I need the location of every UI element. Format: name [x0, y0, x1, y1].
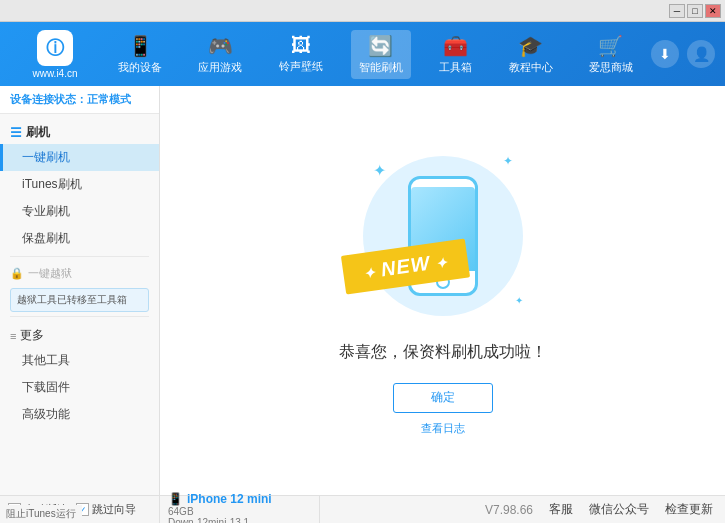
nav-tutorial[interactable]: 🎓 教程中心 — [501, 30, 561, 79]
notice-text: 越狱工具已转移至工具箱 — [17, 294, 127, 305]
apps-label: 应用游戏 — [198, 60, 242, 75]
close-button[interactable]: ✕ — [705, 4, 721, 18]
download-button[interactable]: ⬇ — [651, 40, 679, 68]
bottom-right-section: V7.98.66 客服 微信公众号 检查更新 — [320, 501, 725, 518]
divider-1 — [10, 256, 149, 257]
nav-smart-shop[interactable]: 🔄 智能刷机 — [351, 30, 411, 79]
jailbreak-notice: 越狱工具已转移至工具箱 — [10, 288, 149, 312]
tutorial-label: 教程中心 — [509, 60, 553, 75]
success-message: 恭喜您，保资料刷机成功啦！ — [339, 342, 547, 363]
header-right: ⬇ 👤 — [651, 40, 715, 68]
locked-jailbreak: 🔒 一键越狱 — [0, 261, 159, 284]
nav-bar: 📱 我的设备 🎮 应用游戏 🖼 铃声壁纸 🔄 智能刷机 🧰 工具箱 🎓 教程中心… — [100, 30, 651, 79]
status-value: 正常模式 — [87, 93, 131, 105]
device-model: Down-12mini-13.1 — [168, 517, 311, 524]
device-phone-icon: 📱 — [168, 492, 183, 506]
bottom-bar: ✓ 自动断连 ✓ 跳过向导 📱 iPhone 12 mini 64GB Down… — [0, 495, 725, 523]
nav-apps[interactable]: 🎮 应用游戏 — [190, 30, 250, 79]
device-info-section: 📱 iPhone 12 mini 64GB Down-12mini-13.1 — [160, 496, 320, 523]
goto-daily-link[interactable]: 查看日志 — [421, 421, 465, 436]
more-section-label: 更多 — [20, 327, 44, 344]
sparkle-2: ✦ — [503, 154, 513, 168]
my-device-icon: 📱 — [128, 34, 153, 58]
more-section-header: ≡ 更多 — [0, 321, 159, 347]
sidebar-item-advanced[interactable]: 高级功能 — [0, 401, 159, 428]
success-illustration: ✦ ✦ ✦ NEW — [353, 146, 533, 326]
wechat-link[interactable]: 微信公众号 — [589, 501, 649, 518]
more-section-icon: ≡ — [10, 330, 16, 342]
sidebar-item-pro-flash[interactable]: 专业刷机 — [0, 198, 159, 225]
divider-2 — [10, 316, 149, 317]
toolbox-label: 工具箱 — [439, 60, 472, 75]
skip-wizard-checkbox[interactable]: ✓ 跳过向导 — [76, 502, 136, 517]
maximize-button[interactable]: □ — [687, 4, 703, 18]
smart-shop-icon: 🔄 — [368, 34, 393, 58]
my-device-label: 我的设备 — [118, 60, 162, 75]
logo-text: www.i4.cn — [32, 68, 77, 79]
sidebar-item-one-key-flash[interactable]: 一键刷机 — [0, 144, 159, 171]
sidebar-item-download-firmware[interactable]: 下载固件 — [0, 374, 159, 401]
connection-status: 设备连接状态：正常模式 — [0, 86, 159, 114]
sparkle-3: ✦ — [515, 295, 523, 306]
lock-icon: 🔒 — [10, 267, 24, 280]
nav-toolbox[interactable]: 🧰 工具箱 — [431, 30, 480, 79]
shop-icon: 🛒 — [598, 34, 623, 58]
minimize-button[interactable]: ─ — [669, 4, 685, 18]
sidebar: 设备连接状态：正常模式 ☰ 刷机 一键刷机 iTunes刷机 专业刷机 保盘刷机… — [0, 86, 160, 495]
nav-wallpaper[interactable]: 🖼 铃声壁纸 — [271, 30, 331, 78]
logo-icon: ⓘ — [37, 30, 73, 66]
locked-label: 一键越狱 — [28, 266, 72, 281]
user-button[interactable]: 👤 — [687, 40, 715, 68]
check-update-link[interactable]: 检查更新 — [665, 501, 713, 518]
main-area: 设备连接状态：正常模式 ☰ 刷机 一键刷机 iTunes刷机 专业刷机 保盘刷机… — [0, 86, 725, 495]
sidebar-item-other-tools[interactable]: 其他工具 — [0, 347, 159, 374]
device-name: 📱 iPhone 12 mini — [168, 492, 311, 506]
flash-section-header: ☰ 刷机 — [0, 118, 159, 144]
sidebar-item-itunes-flash[interactable]: iTunes刷机 — [0, 171, 159, 198]
toolbox-icon: 🧰 — [443, 34, 468, 58]
confirm-button[interactable]: 确定 — [393, 383, 493, 413]
sparkle-1: ✦ — [373, 161, 386, 180]
shop-label: 爱思商城 — [589, 60, 633, 75]
itunes-status: 阻止iTunes运行 — [0, 505, 82, 523]
main-content: ✦ ✦ ✦ NEW 恭喜您，保资料刷机成功啦！ 确定 查看日志 — [160, 86, 725, 495]
customer-service-link[interactable]: 客服 — [549, 501, 573, 518]
wallpaper-icon: 🖼 — [291, 34, 311, 57]
wallpaper-label: 铃声壁纸 — [279, 59, 323, 74]
flash-section-icon: ☰ — [10, 125, 22, 140]
status-label: 设备连接状态： — [10, 93, 87, 105]
version-info: V7.98.66 — [485, 503, 533, 517]
smart-shop-label: 智能刷机 — [359, 60, 403, 75]
flash-section-label: 刷机 — [26, 124, 50, 141]
header: ⓘ www.i4.cn 📱 我的设备 🎮 应用游戏 🖼 铃声壁纸 🔄 智能刷机 … — [0, 22, 725, 86]
nav-my-device[interactable]: 📱 我的设备 — [110, 30, 170, 79]
logo-area: ⓘ www.i4.cn — [10, 30, 100, 79]
nav-shop[interactable]: 🛒 爱思商城 — [581, 30, 641, 79]
device-storage: 64GB — [168, 506, 311, 517]
logo-symbol: ⓘ — [46, 36, 64, 60]
device-name-text: iPhone 12 mini — [187, 492, 272, 506]
sidebar-item-save-flash[interactable]: 保盘刷机 — [0, 225, 159, 252]
apps-icon: 🎮 — [208, 34, 233, 58]
skip-wizard-label: 跳过向导 — [92, 502, 136, 517]
tutorial-icon: 🎓 — [518, 34, 543, 58]
titlebar: ─ □ ✕ — [0, 0, 725, 22]
